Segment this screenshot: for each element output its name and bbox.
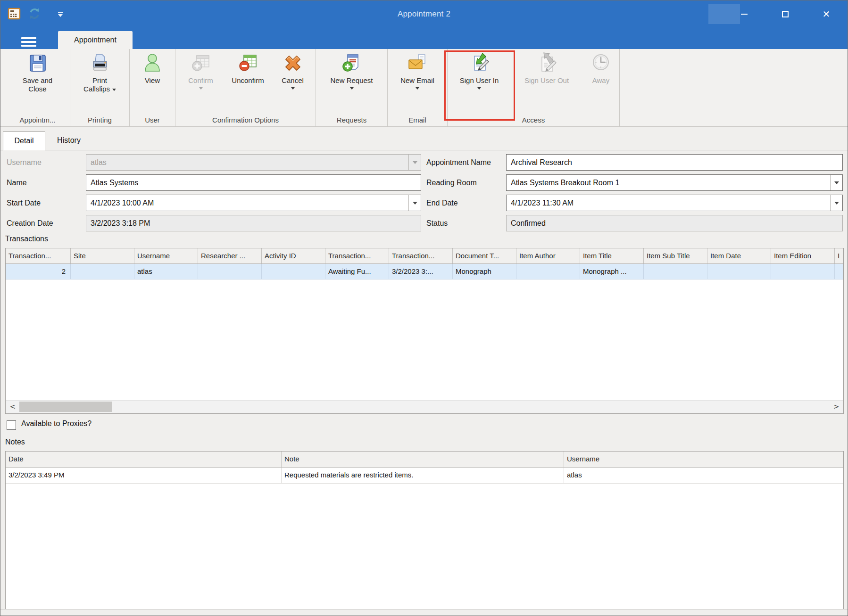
note-row[interactable]: 3/2/2023 3:49 PM Requested materials are… <box>6 468 843 484</box>
transactions-header-row: Transaction... Site Username Researcher … <box>6 248 843 264</box>
transactions-section-label: Transactions <box>5 235 48 243</box>
end-date-label: End Date <box>426 195 503 211</box>
ribbon-group-printing: Print Callslips Printing <box>70 49 130 126</box>
cancel-button[interactable]: Cancel <box>274 51 311 90</box>
ribbon-group-requests: New Request Requests <box>316 49 388 126</box>
dropdown-caret-icon <box>199 87 203 90</box>
appointment-name-label: Appointment Name <box>426 154 503 171</box>
chevron-down-icon <box>408 155 421 170</box>
name-field[interactable]: Atlas Systems <box>86 174 421 191</box>
print-callslips-button[interactable]: Print Callslips <box>73 51 127 93</box>
tab-detail[interactable]: Detail <box>3 131 45 150</box>
cell-note-username: atlas <box>564 468 843 484</box>
document-plus-icon <box>341 52 363 74</box>
notes-grid: Date Note Username 3/2/2023 3:49 PM Requ… <box>5 451 844 609</box>
cell-transaction-status: Awaiting Fu... <box>325 264 389 279</box>
reading-room-field[interactable]: Atlas Systems Breakout Room 1 <box>506 174 843 191</box>
header-cell[interactable]: Document T... <box>453 248 516 263</box>
header-cell[interactable]: Note <box>282 452 564 467</box>
notes-section-label: Notes <box>5 438 25 446</box>
new-request-button[interactable]: New Request <box>320 51 384 90</box>
ribbon-group-email: New Email Email <box>388 49 448 126</box>
start-date-label: Start Date <box>7 195 82 211</box>
away-button: Away <box>582 51 619 90</box>
header-cell[interactable]: Site <box>71 248 134 263</box>
dropdown-caret-icon <box>350 87 354 90</box>
header-cell[interactable]: Transaction... <box>325 248 389 263</box>
maximize-button[interactable] <box>773 6 797 22</box>
header-cell[interactable]: Item Edition <box>771 248 835 263</box>
horizontal-scrollbar[interactable]: < > <box>6 400 843 413</box>
header-cell[interactable]: Transaction... <box>389 248 453 263</box>
transactions-grid: Transaction... Site Username Researcher … <box>5 248 844 414</box>
tabstrip-divider <box>0 150 848 150</box>
group-label-appointment: Appointm... <box>5 116 70 124</box>
sign-user-in-highlight-box <box>444 50 515 121</box>
grid-minus-icon <box>237 52 259 74</box>
view-button[interactable]: View <box>134 51 170 85</box>
creation-date-label: Creation Date <box>7 215 82 231</box>
scrollbar-thumb[interactable] <box>19 402 112 412</box>
sign-out-document-icon <box>536 52 557 74</box>
appointment-window: Appointment 2 ✕ Appointment <box>0 0 848 616</box>
cell-extra <box>835 264 843 279</box>
menu-button[interactable] <box>14 35 44 49</box>
header-cell[interactable]: Item Title <box>580 248 644 263</box>
notes-header-row: Date Note Username <box>6 452 843 468</box>
close-button[interactable]: ✕ <box>815 6 838 22</box>
cell-item-edition <box>771 264 835 279</box>
header-cell[interactable]: Transaction... <box>6 248 71 263</box>
scroll-right-icon[interactable]: > <box>831 401 842 413</box>
confirm-button: Confirm <box>180 51 222 90</box>
cell-note-date: 3/2/2023 3:49 PM <box>6 468 282 484</box>
header-cell[interactable]: Date <box>6 452 282 467</box>
status-field: Confirmed <box>506 215 843 231</box>
header-cell[interactable]: Item Author <box>516 248 580 263</box>
chevron-down-icon[interactable] <box>830 175 842 190</box>
transaction-row[interactable]: 2 atlas Awaiting Fu... 3/2/2023 3:... Mo… <box>6 264 843 279</box>
start-date-field[interactable]: 4/1/2023 10:00 AM <box>86 195 421 211</box>
ribbon-tab-row: Appointment <box>0 31 848 49</box>
scroll-left-icon[interactable]: < <box>7 401 18 413</box>
close-icon: ✕ <box>823 9 831 19</box>
username-field: atlas <box>86 154 421 171</box>
header-cell[interactable]: Item Sub Title <box>644 248 707 263</box>
chevron-down-icon[interactable] <box>830 195 842 211</box>
reading-room-label: Reading Room <box>426 174 503 191</box>
header-cell[interactable]: Item Date <box>707 248 771 263</box>
window-bottom-edge <box>0 609 848 616</box>
available-to-proxies-checkbox[interactable] <box>7 420 16 430</box>
available-to-proxies-label: Available to Proxies? <box>21 419 91 428</box>
ribbon-group-confirmation-options: Confirm Unconfirm <box>175 49 316 126</box>
minimize-icon <box>741 14 748 15</box>
unconfirm-button[interactable]: Unconfirm <box>224 51 272 90</box>
username-label: Username <box>7 154 82 171</box>
save-and-close-button[interactable]: Save and Close <box>11 51 64 93</box>
cell-item-sub-title <box>644 264 707 279</box>
header-cell[interactable]: Username <box>134 248 198 263</box>
ribbon-group-access: Sign User In Sign User Out <box>448 49 620 126</box>
new-email-button[interactable]: New Email <box>391 51 443 90</box>
hamburger-icon <box>21 37 36 39</box>
cell-researcher <box>198 264 262 279</box>
end-date-field[interactable]: 4/1/2023 11:30 AM <box>506 195 843 211</box>
ribbon-group-user: View User <box>130 49 175 126</box>
tab-history[interactable]: History <box>46 131 91 150</box>
cell-note-text: Requested materials are restricted items… <box>282 468 564 484</box>
clock-icon <box>590 52 612 74</box>
orange-x-icon <box>282 52 304 74</box>
appointment-name-field[interactable]: Archival Research <box>506 154 843 171</box>
cell-document-type: Monograph <box>453 264 516 279</box>
header-cell[interactable]: Username <box>564 452 843 467</box>
group-label-confirmation-options: Confirmation Options <box>175 116 316 124</box>
cell-transaction-number: 2 <box>6 264 71 279</box>
chevron-down-icon[interactable] <box>408 195 421 211</box>
envelope-icon <box>407 52 428 74</box>
cell-username: atlas <box>134 264 198 279</box>
header-cell[interactable]: Researcher ... <box>198 248 262 263</box>
minimize-button[interactable] <box>732 6 756 22</box>
tab-appointment[interactable]: Appointment <box>58 31 133 49</box>
person-icon <box>141 52 163 74</box>
header-cell[interactable]: I <box>835 248 843 263</box>
header-cell[interactable]: Activity ID <box>262 248 325 263</box>
